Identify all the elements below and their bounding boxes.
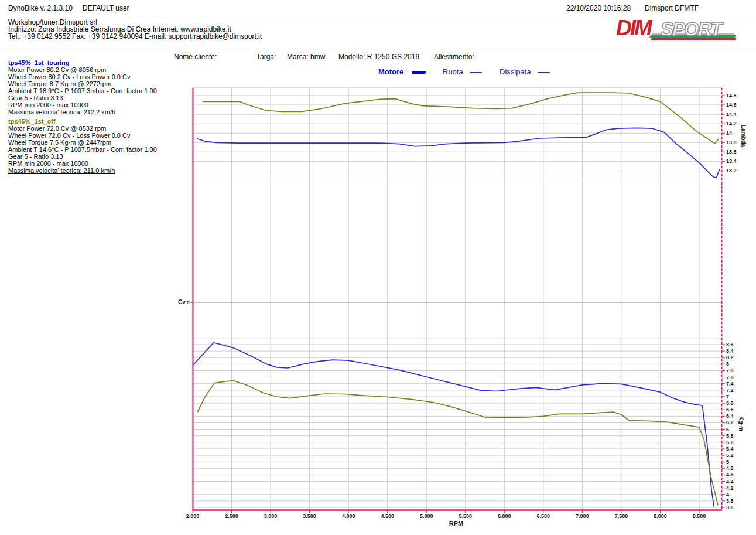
svg-text:2.500: 2.500 (225, 513, 238, 519)
svg-text:8.4: 8.4 (726, 348, 734, 354)
svg-text:4: 4 (726, 492, 729, 497)
svg-text:5.8: 5.8 (726, 433, 734, 439)
svg-text:6.000: 6.000 (498, 513, 511, 519)
svg-text:7.2: 7.2 (726, 387, 734, 393)
svg-text:0: 0 (187, 300, 190, 305)
svg-text:8.2: 8.2 (726, 355, 734, 360)
svg-text:3.6: 3.6 (726, 505, 734, 510)
logo-text-sport: SPORT (661, 18, 721, 40)
curve-lambda (197, 128, 720, 178)
svg-text:6.2: 6.2 (726, 420, 734, 425)
svg-text:Lambda: Lambda (740, 125, 747, 148)
svg-text:8.6: 8.6 (726, 342, 734, 347)
svg-text:4.000: 4.000 (342, 513, 355, 519)
svg-text:7.500: 7.500 (615, 513, 628, 519)
svg-text:14.6: 14.6 (726, 102, 737, 108)
svg-text:7.8: 7.8 (726, 367, 734, 373)
svg-text:7.6: 7.6 (726, 374, 734, 380)
svg-text:14.2: 14.2 (726, 121, 737, 127)
svg-text:5: 5 (726, 459, 729, 465)
svg-text:8.000: 8.000 (654, 513, 667, 519)
svg-text:6.6: 6.6 (726, 407, 734, 413)
svg-text:Kg·m: Kg·m (738, 416, 744, 431)
svg-text:8.500: 8.500 (693, 513, 706, 519)
svg-text:14.8: 14.8 (726, 93, 737, 98)
svg-text:3.000: 3.000 (264, 513, 278, 519)
dyno-chart: 14.814.614.414.21413.813.613.413.2Lambda… (0, 0, 756, 535)
svg-text:3.8: 3.8 (726, 498, 734, 504)
svg-text:13.8: 13.8 (726, 139, 737, 145)
svg-text:14: 14 (726, 130, 732, 136)
svg-text:4.8: 4.8 (726, 465, 734, 471)
svg-text:13.6: 13.6 (726, 149, 737, 155)
svg-text:14.4: 14.4 (726, 111, 737, 117)
svg-text:2.000: 2.000 (186, 513, 200, 519)
svg-text:5.6: 5.6 (726, 439, 734, 445)
svg-text:4.4: 4.4 (726, 479, 734, 485)
svg-text:6.500: 6.500 (537, 513, 550, 519)
svg-text:5.500: 5.500 (459, 513, 473, 519)
curve-lambda (203, 93, 719, 144)
svg-text:6: 6 (726, 427, 729, 432)
svg-text:6.4: 6.4 (726, 413, 734, 419)
svg-text:7.000: 7.000 (576, 513, 589, 519)
svg-text:4.500: 4.500 (381, 513, 394, 519)
svg-text:8: 8 (726, 361, 729, 367)
svg-text:7: 7 (726, 394, 729, 400)
svg-text:6.8: 6.8 (726, 400, 734, 406)
logo-text-dim: DIM (616, 16, 651, 40)
curve-torque (193, 343, 714, 507)
svg-text:13.2: 13.2 (726, 168, 737, 173)
svg-text:Cv: Cv (178, 299, 186, 305)
svg-text:5.2: 5.2 (726, 452, 734, 458)
svg-text:13.4: 13.4 (726, 158, 737, 164)
curve-torque (198, 381, 718, 505)
svg-text:7.4: 7.4 (726, 381, 734, 387)
svg-text:5.4: 5.4 (726, 446, 734, 452)
svg-text:5.000: 5.000 (420, 513, 433, 519)
dimsport-logo: DIM SPORT (616, 17, 736, 43)
svg-text:4.2: 4.2 (726, 485, 734, 491)
svg-text:4.6: 4.6 (726, 472, 734, 478)
svg-text:RPM: RPM (449, 520, 463, 527)
dynobike-report-page: DynoBike v. 2.1.3.10 DEFAULT user 22/10/… (0, 0, 756, 535)
svg-text:3.500: 3.500 (303, 513, 316, 519)
